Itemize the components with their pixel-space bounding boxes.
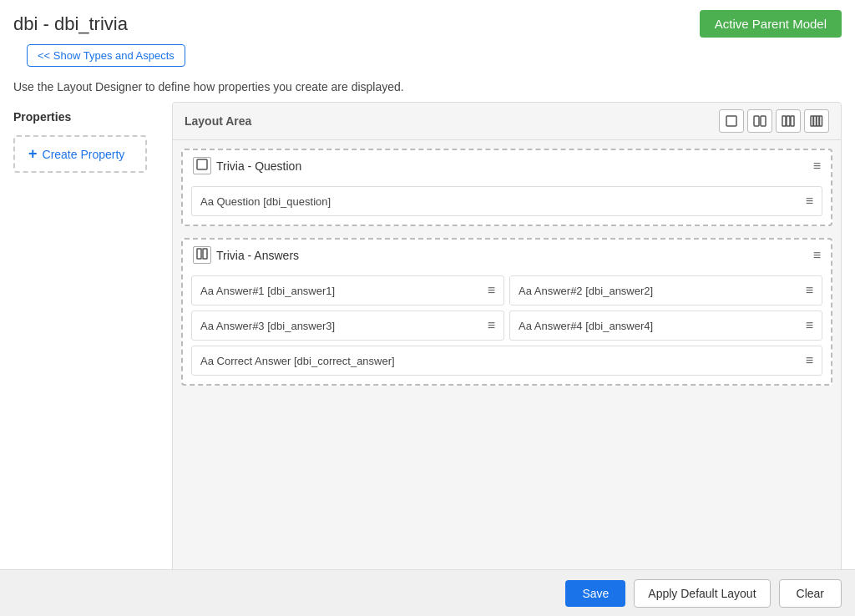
layout-icon-three-col[interactable] [776,109,801,133]
layout-icon-group [719,109,829,133]
property-answer3-menu-icon[interactable]: ≡ [488,318,495,333]
property-answer1: Aa Answer#1 [dbi_answer1] ≡ [191,275,504,305]
section-trivia-question: Trivia - Question ≡ Aa Question [dbi_que… [181,149,832,226]
svg-rect-2 [761,116,766,126]
svg-rect-6 [811,116,813,126]
property-question: Aa Question [dbi_question] ≡ [191,186,822,216]
save-button[interactable]: Save [565,580,625,607]
property-answer4-label: Aa Answer#4 [dbi_answer4] [519,320,653,332]
svg-rect-5 [791,116,794,126]
property-answer1-label: Aa Answer#1 [dbi_answer1] [200,285,335,297]
properties-sidebar-title: Properties [13,110,172,124]
layout-icon-four-col[interactable] [804,109,829,133]
show-types-aspects-button[interactable]: << Show Types and Aspects [27,44,185,67]
property-answer3-label: Aa Answer#3 [dbi_answer3] [200,320,335,332]
active-parent-model-button[interactable]: Active Parent Model [700,10,842,38]
layout-area-title: Layout Area [185,114,251,128]
apply-default-layout-button[interactable]: Apply Default Layout [634,579,770,608]
property-correct-answer-label: Aa Correct Answer [dbi_correct_answer] [200,355,395,367]
property-answer2: Aa Answer#2 [dbi_answer2] ≡ [509,275,822,305]
svg-rect-8 [817,116,819,126]
svg-rect-11 [197,249,201,259]
layout-icon-single[interactable] [719,109,744,133]
property-answer2-menu-icon[interactable]: ≡ [806,283,813,298]
property-correct-answer-menu-icon[interactable]: ≡ [806,353,813,368]
page-title: dbi - dbi_trivia [13,13,128,35]
section-question-menu-icon[interactable]: ≡ [813,159,821,174]
section-trivia-answers: Trivia - Answers ≡ Aa Answer#1 [dbi_answ… [181,238,832,386]
section-question-title: Trivia - Question [216,159,301,173]
layout-area: Layout Area [172,102,842,578]
svg-rect-10 [197,159,207,169]
property-answer1-menu-icon[interactable]: ≡ [488,283,495,298]
section-icon-single [193,157,211,174]
clear-button[interactable]: Clear [779,579,842,608]
property-correct-answer: Aa Correct Answer [dbi_correct_answer] ≡ [191,346,822,376]
property-answer4: Aa Answer#4 [dbi_answer4] ≡ [509,311,822,341]
svg-rect-4 [787,116,790,126]
svg-rect-7 [814,116,817,126]
svg-rect-12 [203,249,207,259]
svg-rect-0 [726,116,736,126]
property-answer3: Aa Answer#3 [dbi_answer3] ≡ [191,311,504,341]
property-question-label: Aa Question [dbi_question] [200,195,331,208]
section-answers-title: Trivia - Answers [216,249,299,262]
svg-rect-1 [754,116,759,126]
svg-rect-3 [782,116,786,126]
create-property-button[interactable]: + Create Property [13,135,147,173]
section-icon-two-col [193,246,211,264]
plus-icon: + [28,145,38,163]
property-answer2-label: Aa Answer#2 [dbi_answer2] [519,285,653,297]
subtitle-text: Use the Layout Designer to define how pr… [0,77,855,102]
layout-icon-two-col[interactable] [747,109,772,133]
property-question-menu-icon[interactable]: ≡ [806,194,813,209]
section-answers-menu-icon[interactable]: ≡ [813,248,821,263]
footer-bar: Save Apply Default Layout Clear [0,569,855,616]
property-answer4-menu-icon[interactable]: ≡ [806,318,813,333]
create-property-label: Create Property [43,148,125,161]
svg-rect-9 [820,116,822,126]
